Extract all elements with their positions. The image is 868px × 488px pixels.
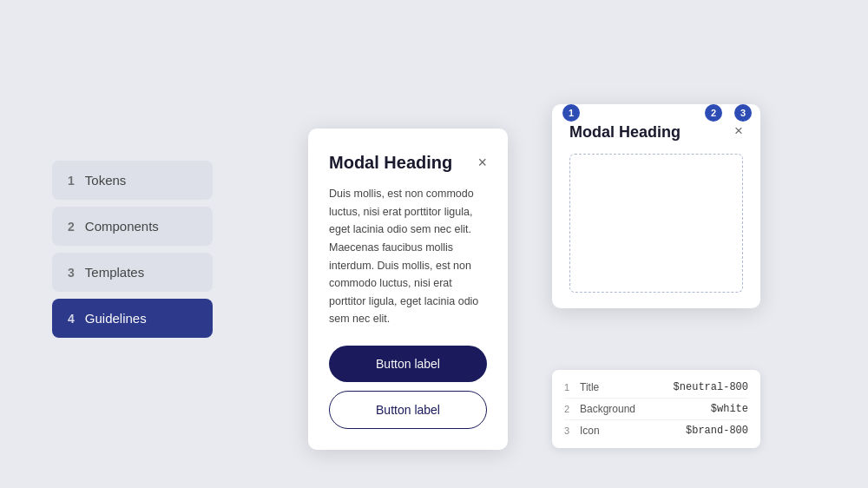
sidebar-item-num-guidelines: 4 bbox=[68, 312, 75, 326]
modal-body-text: Duis mollis, est non commodo luctus, nis… bbox=[329, 185, 487, 328]
annotation-close-button[interactable]: × bbox=[734, 123, 743, 138]
modal-header: Modal Heading × bbox=[329, 153, 487, 173]
annotation-dot-1: 1 bbox=[562, 104, 580, 122]
annotation-dot-2: 2 bbox=[705, 104, 722, 122]
annotation-row-1: 1 Title $neutral-800 bbox=[564, 377, 748, 399]
annotation-table: 1 Title $neutral-800 2 Background $white… bbox=[552, 370, 760, 448]
annotation-modal-header: Modal Heading × bbox=[569, 123, 743, 142]
sidebar-item-num-tokens: 1 bbox=[68, 174, 75, 188]
sidebar-item-templates[interactable]: 3 Templates bbox=[52, 253, 213, 292]
annotation-modal-title: Modal Heading bbox=[569, 123, 681, 142]
annotation-bubble: Modal Heading × bbox=[552, 104, 760, 308]
modal-preview-card: Modal Heading × Duis mollis, est non com… bbox=[308, 129, 508, 450]
annotation-val-3: $brand-800 bbox=[686, 425, 748, 437]
annotation-row-2: 2 Background $white bbox=[564, 399, 748, 420]
annotation-val-1: $neutral-800 bbox=[674, 381, 748, 393]
sidebar-item-num-templates: 3 bbox=[68, 266, 75, 280]
annotation-modal-card: Modal Heading × bbox=[552, 104, 760, 308]
annotation-row-3: 3 Icon $brand-800 bbox=[564, 420, 748, 441]
modal-close-button[interactable]: × bbox=[477, 155, 487, 170]
modal-title: Modal Heading bbox=[329, 153, 452, 173]
sidebar-item-tokens[interactable]: 1 Tokens bbox=[52, 161, 213, 200]
sidebar-item-label-templates: Templates bbox=[85, 265, 144, 280]
sidebar-item-label-guidelines: Guidelines bbox=[85, 311, 147, 326]
sidebar-item-guidelines[interactable]: 4 Guidelines bbox=[52, 299, 213, 338]
annotation-key-1: Title bbox=[580, 381, 674, 393]
annotation-row-num-2: 2 bbox=[564, 404, 580, 414]
annotation-row-num-3: 3 bbox=[564, 425, 580, 436]
annotation-dot-3: 3 bbox=[734, 104, 752, 122]
sidebar-item-components[interactable]: 2 Components bbox=[52, 207, 213, 246]
annotation-dashed-area bbox=[569, 154, 743, 293]
annotation-key-2: Background bbox=[580, 403, 711, 415]
sidebar-item-num-components: 2 bbox=[68, 220, 75, 234]
sidebar-item-label-tokens: Tokens bbox=[85, 173, 127, 188]
annotation-val-2: $white bbox=[711, 403, 748, 415]
modal-primary-button[interactable]: Button label bbox=[329, 346, 487, 382]
annotation-key-3: Icon bbox=[580, 425, 686, 437]
modal-secondary-button[interactable]: Button label bbox=[329, 391, 487, 429]
annotation-row-num-1: 1 bbox=[564, 382, 580, 392]
sidebar: 1 Tokens 2 Components 3 Templates 4 Guid… bbox=[52, 161, 213, 338]
sidebar-item-label-components: Components bbox=[85, 219, 159, 234]
